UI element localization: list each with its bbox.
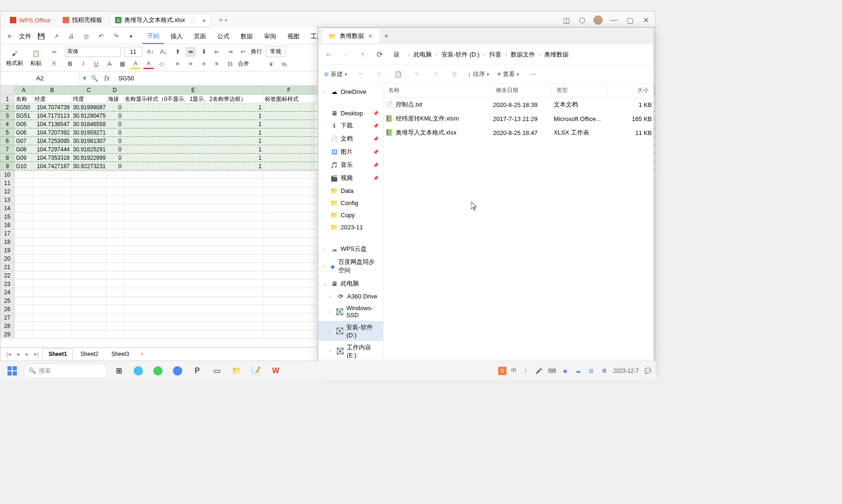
select-all-corner[interactable] (0, 85, 14, 94)
ime-indicator[interactable]: 中 (511, 367, 517, 375)
sheet-first-icon[interactable]: |◂ (4, 351, 13, 357)
taskbar-explorer[interactable]: 📁 (228, 362, 245, 379)
cell[interactable] (71, 255, 107, 263)
cell[interactable] (107, 196, 123, 204)
cell[interactable] (107, 221, 123, 229)
row-header[interactable]: 16 (0, 221, 14, 229)
back-button[interactable]: ← (324, 50, 334, 60)
cell[interactable] (71, 263, 107, 271)
row-header[interactable]: 6 (0, 137, 14, 145)
row-header[interactable]: 15 (0, 213, 14, 220)
cell[interactable] (107, 280, 123, 288)
share-icon[interactable]: ↗ (430, 69, 441, 79)
cell[interactable] (123, 196, 264, 204)
cell[interactable]: 104.7173113 (33, 112, 71, 120)
cell[interactable] (123, 313, 264, 321)
row-header[interactable]: 12 (0, 187, 14, 195)
cell[interactable] (264, 103, 315, 111)
cell[interactable]: 纬度 (71, 95, 107, 103)
indent-dec-icon[interactable]: ⇤ (212, 47, 222, 57)
tray-cloud-icon[interactable]: ☁ (574, 367, 582, 375)
indent-inc-icon[interactable]: ⇥ (225, 47, 235, 57)
cell[interactable] (14, 255, 33, 263)
paste-icon[interactable]: 📋 (393, 69, 403, 79)
cell[interactable] (123, 280, 264, 288)
sidebar-work-e[interactable]: ›💽工作内容 (E:) (318, 341, 383, 359)
menu-review[interactable]: 审阅 (259, 29, 281, 43)
menu-insert[interactable]: 插入 (166, 29, 187, 43)
cell[interactable] (123, 322, 264, 330)
file-row[interactable]: 📗奥维导入文本格式.xlsx 2020-8-25 18:47 XLSX 工作表 … (384, 126, 654, 140)
sheet-tab-1[interactable]: Sheet1 (43, 348, 73, 359)
cell[interactable] (14, 238, 33, 246)
sidebar-music[interactable]: 🎵音乐📌 (318, 158, 383, 171)
cell[interactable]: 30.91290475 (71, 112, 107, 120)
row-header[interactable]: 19 (0, 246, 14, 254)
cell[interactable] (264, 196, 315, 204)
new-button[interactable]: ⊕ 新建 ▾ (324, 70, 347, 78)
percent-icon[interactable]: % (279, 59, 289, 69)
cell[interactable]: 名称 (14, 95, 33, 103)
cell[interactable] (71, 179, 107, 187)
align-middle-icon[interactable]: ⬌ (186, 47, 196, 57)
cell[interactable] (264, 229, 315, 237)
view-button[interactable]: ≡ 查看 ▾ (498, 70, 520, 78)
align-right-icon[interactable]: ≡ (199, 59, 209, 69)
cell[interactable] (264, 112, 315, 120)
clear-format-icon[interactable]: ◇ (157, 59, 167, 69)
font-name-select[interactable] (65, 47, 121, 57)
new-tab-button[interactable]: + (219, 16, 223, 24)
fx-icon[interactable]: fx (100, 74, 114, 83)
up-button[interactable]: ↑ (357, 50, 368, 60)
add-sheet-button[interactable]: + (136, 351, 147, 357)
cell[interactable] (33, 179, 71, 187)
row-header[interactable]: 9 (0, 162, 14, 170)
sidebar-this-pc[interactable]: ⌄🖥此电脑 (318, 277, 383, 290)
cell[interactable] (264, 162, 315, 170)
cell[interactable] (107, 213, 123, 220)
cell[interactable] (123, 288, 264, 296)
column-header-b[interactable]: B (33, 85, 71, 94)
cell[interactable] (71, 322, 107, 330)
tray-grid-icon[interactable]: ⊞ (587, 367, 595, 375)
cell[interactable]: 0 (107, 137, 123, 145)
cell[interactable] (107, 322, 123, 330)
cell[interactable]: 104.7353318 (33, 154, 71, 162)
cell[interactable] (123, 229, 264, 237)
cell[interactable] (123, 204, 264, 212)
cell[interactable] (123, 170, 264, 178)
cut-icon[interactable]: ✂ (49, 47, 59, 57)
menu-page[interactable]: 页面 (189, 29, 211, 43)
wps-app-tab[interactable]: WPS Office (5, 15, 55, 26)
cell[interactable] (33, 221, 71, 229)
cell[interactable] (264, 288, 315, 296)
cell[interactable]: G09 (14, 154, 33, 162)
taskbar-app-1[interactable] (130, 362, 147, 379)
cell[interactable] (123, 179, 264, 187)
row-header[interactable]: 13 (0, 196, 14, 204)
cell[interactable] (264, 263, 315, 271)
row-header[interactable]: 21 (0, 263, 14, 271)
cube-icon[interactable]: ⬡ (578, 15, 587, 25)
row-header[interactable]: 17 (0, 229, 14, 237)
cell[interactable] (14, 305, 33, 313)
new-tab-dropdown[interactable]: ▾ (225, 18, 227, 23)
cell[interactable] (71, 271, 107, 279)
align-top-icon[interactable]: ⬆ (172, 47, 183, 57)
file-menu[interactable]: 文件 (19, 32, 31, 41)
row-header[interactable]: 1 (0, 95, 14, 103)
cell[interactable] (33, 238, 71, 246)
row-header[interactable]: 7 (0, 145, 14, 153)
cell[interactable] (264, 280, 315, 288)
cell[interactable] (14, 179, 33, 187)
header-type[interactable]: 类型 (552, 84, 608, 97)
taskbar-date[interactable]: 2023-12-7 (613, 368, 639, 374)
cell[interactable] (123, 263, 264, 271)
taskbar-search[interactable]: 🔍 搜索 (23, 363, 107, 378)
row-header[interactable]: 11 (0, 179, 14, 187)
cell[interactable] (33, 246, 71, 254)
cell[interactable]: 1 (123, 120, 264, 128)
cell[interactable] (14, 221, 33, 229)
row-header[interactable]: 10 (0, 170, 14, 178)
row-header[interactable]: 20 (0, 255, 14, 263)
